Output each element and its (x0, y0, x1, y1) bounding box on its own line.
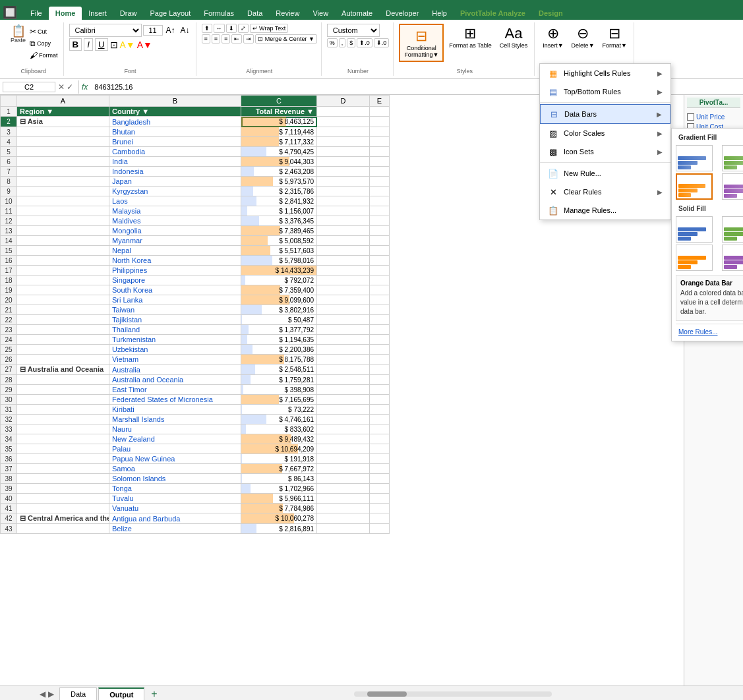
cell-region[interactable] (17, 187, 109, 196)
cell-revenue[interactable]: $ 2,200,386 (241, 345, 317, 355)
align-top-button[interactable]: ⬆ (202, 24, 212, 33)
row-number[interactable]: 42 (1, 513, 17, 524)
cell-revenue[interactable]: $ 792,072 (241, 276, 317, 285)
cell-revenue[interactable]: $ 2,816,891 (241, 524, 317, 534)
sheet-tab-output[interactable]: Output (98, 687, 144, 701)
cell-revenue[interactable]: $ 9,489,432 (241, 434, 317, 444)
row-number[interactable]: 5 (1, 147, 17, 157)
align-bottom-button[interactable]: ⬇ (226, 24, 237, 33)
cell-revenue[interactable]: $ 5,798,016 (241, 256, 317, 266)
cell-revenue[interactable]: $ 3,802,916 (241, 305, 317, 315)
cell-country[interactable]: Laos (109, 196, 241, 206)
cell-revenue[interactable]: $ 5,008,592 (241, 236, 317, 246)
cell-revenue[interactable]: $ 7,389,465 (241, 226, 317, 236)
align-middle-button[interactable]: ↔ (214, 24, 225, 33)
row-number[interactable]: 16 (1, 256, 17, 266)
decrease-indent-button[interactable]: ⇤ (231, 34, 242, 44)
confirm-formula-icon[interactable]: ✓ (67, 82, 73, 92)
cell-region[interactable] (17, 405, 109, 415)
cell-region[interactable] (17, 196, 109, 206)
row-number[interactable]: 13 (1, 226, 17, 236)
row-number[interactable]: 9 (1, 187, 17, 196)
align-left-button[interactable]: ≡ (202, 34, 210, 44)
row-number[interactable]: 29 (1, 385, 17, 395)
cell-region[interactable] (17, 474, 109, 484)
tab-automate[interactable]: Automate (335, 7, 379, 20)
row-number[interactable]: 12 (1, 216, 17, 226)
wrap-text-button[interactable]: ↵ Wrap Text (250, 24, 289, 33)
cell-region[interactable] (17, 177, 109, 187)
row-number[interactable]: 10 (1, 196, 17, 206)
tab-design[interactable]: Design (532, 7, 570, 20)
menu-item-color-scales[interactable]: ▨ Color Scales ▶ (540, 124, 670, 142)
font-size-input[interactable] (143, 25, 163, 36)
col-header-a[interactable]: A (17, 96, 109, 107)
data-bar-green-solid[interactable] (722, 216, 743, 243)
cell-revenue[interactable]: $ 2,548,511 (241, 365, 317, 375)
cell-region[interactable] (17, 295, 109, 305)
number-format-select[interactable]: Custom (327, 24, 380, 37)
cell-revenue[interactable]: $ 7,119,448 (241, 127, 317, 137)
row-number[interactable]: 31 (1, 405, 17, 415)
format-painter-button[interactable]: 🖌 Format (28, 50, 59, 61)
menu-item-clear-rules[interactable]: ✕ Clear Rules ▶ (540, 183, 670, 201)
row-number[interactable]: 26 (1, 355, 17, 365)
cell-revenue[interactable]: $ 7,784,986 (241, 504, 317, 513)
nav-prev-sheet[interactable]: ◀ (40, 689, 45, 699)
tab-home[interactable]: Home (49, 7, 82, 20)
cell-region[interactable] (17, 385, 109, 395)
insert-button[interactable]: ⊕ Insert▼ (540, 24, 566, 50)
cell-region[interactable] (17, 345, 109, 355)
row-number[interactable]: 19 (1, 285, 17, 295)
cell-revenue[interactable]: $ 1,759,281 (241, 375, 317, 385)
cell-country[interactable]: Singapore (109, 276, 241, 285)
cell-region[interactable] (17, 484, 109, 494)
cell-region[interactable] (17, 236, 109, 246)
decrease-decimal-button[interactable]: ⬇.0 (374, 38, 390, 47)
comma-button[interactable]: , (339, 38, 346, 47)
cell-country[interactable]: Sri Lanka (109, 295, 241, 305)
row-number[interactable]: 3 (1, 127, 17, 137)
row-number[interactable]: 8 (1, 177, 17, 187)
row-number[interactable]: 43 (1, 524, 17, 534)
cell-revenue[interactable]: $ 7,117,332 (241, 137, 317, 147)
conditional-formatting-button[interactable]: ⊟ ConditionalFormatting▼ (401, 26, 441, 59)
cell-country[interactable]: Papua New Guinea (109, 454, 241, 464)
data-bar-purple-solid[interactable] (722, 245, 743, 271)
cell-country[interactable]: India (109, 157, 241, 167)
cell-revenue[interactable]: $ 9,099,600 (241, 295, 317, 305)
cell-region[interactable]: ⊟ Asia (17, 117, 109, 127)
data-bar-orange-gradient[interactable] (676, 173, 713, 200)
cell-country[interactable]: Uzbekistan (109, 345, 241, 355)
data-bar-green-gradient[interactable] (722, 145, 743, 171)
italic-button[interactable]: I (84, 38, 93, 51)
row-number[interactable]: 35 (1, 444, 17, 454)
cell-country[interactable]: New Zealand (109, 434, 241, 444)
row-number[interactable]: 11 (1, 206, 17, 216)
cell-country[interactable]: Vanuatu (109, 504, 241, 513)
row-number[interactable]: 22 (1, 315, 17, 325)
cell-revenue[interactable]: $ 50,487 (241, 315, 317, 325)
cell-revenue[interactable]: $ 1,194,635 (241, 335, 317, 345)
app-icon[interactable]: 🔲 (3, 5, 17, 20)
cell-country[interactable]: Bangladesh (109, 117, 241, 127)
increase-decimal-button[interactable]: ⬆.0 (357, 38, 372, 47)
copy-button[interactable]: ⧉ Copy (28, 38, 59, 49)
row-number[interactable]: 6 (1, 157, 17, 167)
cell-region[interactable] (17, 216, 109, 226)
cell-revenue[interactable]: $ 73,222 (241, 405, 317, 415)
increase-indent-button[interactable]: ⇥ (243, 34, 254, 44)
row-number[interactable]: 40 (1, 494, 17, 504)
cell-revenue[interactable]: $ 1,377,792 (241, 325, 317, 335)
cell-country[interactable]: Samoa (109, 464, 241, 474)
cell-country[interactable]: Tuvalu (109, 494, 241, 504)
menu-item-manage-rules[interactable]: 📋 Manage Rules... (540, 201, 670, 219)
row-number[interactable]: 14 (1, 236, 17, 246)
cell-country[interactable]: Nauru (109, 424, 241, 434)
cell-region[interactable] (17, 276, 109, 285)
cell-revenue[interactable]: $ 398,908 (241, 385, 317, 395)
cell-region[interactable] (17, 424, 109, 434)
cell-country[interactable]: Australia (109, 365, 241, 375)
row-number[interactable]: 20 (1, 295, 17, 305)
cell-country[interactable]: Australia and Oceania (109, 375, 241, 385)
